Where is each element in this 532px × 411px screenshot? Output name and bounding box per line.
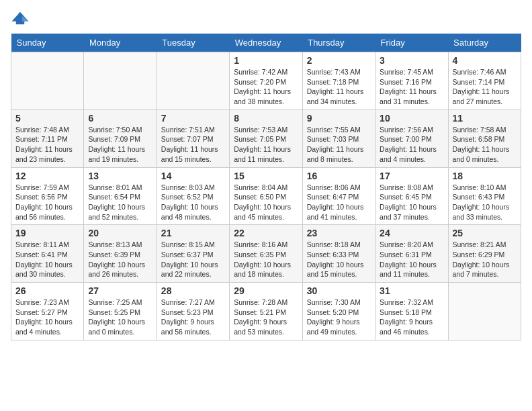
- day-number: 22: [234, 228, 298, 238]
- calendar-cell: 14Sunrise: 8:03 AM Sunset: 6:52 PM Dayli…: [157, 167, 229, 225]
- calendar-cell: 18Sunrise: 8:10 AM Sunset: 6:43 PM Dayli…: [448, 167, 521, 225]
- day-number: 17: [380, 171, 443, 181]
- col-header-friday: Friday: [375, 34, 448, 52]
- calendar-cell: 26Sunrise: 7:23 AM Sunset: 5:27 PM Dayli…: [11, 283, 84, 340]
- calendar-cell: 30Sunrise: 7:30 AM Sunset: 5:20 PM Dayli…: [302, 283, 375, 340]
- day-info: Sunrise: 7:42 AM Sunset: 7:20 PM Dayligh…: [234, 67, 298, 107]
- day-number: 1: [234, 55, 298, 66]
- day-number: 6: [88, 113, 152, 124]
- day-info: Sunrise: 7:58 AM Sunset: 6:58 PM Dayligh…: [453, 125, 517, 165]
- calendar-cell: 17Sunrise: 8:08 AM Sunset: 6:45 PM Dayli…: [375, 167, 448, 225]
- day-number: 4: [453, 55, 517, 66]
- day-info: Sunrise: 7:23 AM Sunset: 5:27 PM Dayligh…: [15, 298, 79, 337]
- calendar-cell: 27Sunrise: 7:25 AM Sunset: 5:25 PM Dayli…: [84, 283, 157, 340]
- day-number: 5: [15, 113, 79, 124]
- calendar-cell: 1Sunrise: 7:42 AM Sunset: 7:20 PM Daylig…: [230, 52, 302, 110]
- calendar-cell: 6Sunrise: 7:50 AM Sunset: 7:09 PM Daylig…: [84, 109, 157, 167]
- day-info: Sunrise: 7:25 AM Sunset: 5:25 PM Dayligh…: [88, 298, 152, 337]
- calendar-week-row: 12Sunrise: 7:59 AM Sunset: 6:56 PM Dayli…: [11, 167, 521, 225]
- day-number: 15: [234, 171, 298, 181]
- col-header-saturday: Saturday: [448, 34, 521, 52]
- calendar-cell: 20Sunrise: 8:13 AM Sunset: 6:39 PM Dayli…: [84, 225, 157, 283]
- day-info: Sunrise: 7:51 AM Sunset: 7:07 PM Dayligh…: [161, 125, 225, 165]
- day-info: Sunrise: 8:16 AM Sunset: 6:35 PM Dayligh…: [234, 240, 298, 279]
- day-info: Sunrise: 7:45 AM Sunset: 7:16 PM Dayligh…: [380, 67, 443, 107]
- col-header-tuesday: Tuesday: [157, 34, 229, 52]
- calendar-cell: 28Sunrise: 7:27 AM Sunset: 5:23 PM Dayli…: [157, 283, 229, 340]
- day-number: 26: [15, 285, 79, 296]
- calendar-cell: 2Sunrise: 7:43 AM Sunset: 7:18 PM Daylig…: [302, 52, 375, 110]
- calendar-cell: 13Sunrise: 8:01 AM Sunset: 6:54 PM Dayli…: [84, 167, 157, 225]
- col-header-wednesday: Wednesday: [230, 34, 302, 52]
- calendar-week-row: 19Sunrise: 8:11 AM Sunset: 6:41 PM Dayli…: [11, 225, 521, 283]
- day-info: Sunrise: 8:10 AM Sunset: 6:43 PM Dayligh…: [453, 183, 517, 222]
- calendar-cell: 16Sunrise: 8:06 AM Sunset: 6:47 PM Dayli…: [302, 167, 375, 225]
- calendar-week-row: 1Sunrise: 7:42 AM Sunset: 7:20 PM Daylig…: [11, 52, 521, 110]
- calendar-cell: 25Sunrise: 8:21 AM Sunset: 6:29 PM Dayli…: [448, 225, 521, 283]
- day-number: 18: [453, 171, 517, 181]
- svg-marker-0: [12, 12, 29, 25]
- calendar-cell: [11, 52, 84, 110]
- day-info: Sunrise: 7:50 AM Sunset: 7:09 PM Dayligh…: [88, 125, 152, 165]
- calendar-cell: [84, 52, 157, 110]
- calendar-cell: 4Sunrise: 7:46 AM Sunset: 7:14 PM Daylig…: [448, 52, 521, 110]
- day-number: 19: [15, 228, 79, 238]
- calendar-cell: 15Sunrise: 8:04 AM Sunset: 6:50 PM Dayli…: [230, 167, 302, 225]
- calendar-cell: 31Sunrise: 7:32 AM Sunset: 5:18 PM Dayli…: [375, 283, 448, 340]
- calendar-week-row: 26Sunrise: 7:23 AM Sunset: 5:27 PM Dayli…: [11, 283, 521, 340]
- day-number: 28: [161, 285, 225, 296]
- calendar-cell: 21Sunrise: 8:15 AM Sunset: 6:37 PM Dayli…: [157, 225, 229, 283]
- day-info: Sunrise: 7:43 AM Sunset: 7:18 PM Dayligh…: [307, 67, 371, 107]
- calendar-cell: 24Sunrise: 8:20 AM Sunset: 6:31 PM Dayli…: [375, 225, 448, 283]
- logo: [11, 11, 32, 26]
- calendar-cell: 8Sunrise: 7:53 AM Sunset: 7:05 PM Daylig…: [230, 109, 302, 167]
- calendar-cell: [448, 283, 521, 340]
- day-number: 27: [88, 285, 152, 296]
- col-header-sunday: Sunday: [11, 34, 84, 52]
- day-number: 21: [161, 228, 225, 238]
- calendar-cell: 29Sunrise: 7:28 AM Sunset: 5:21 PM Dayli…: [230, 283, 302, 340]
- day-info: Sunrise: 8:13 AM Sunset: 6:39 PM Dayligh…: [88, 240, 152, 279]
- day-number: 31: [380, 285, 443, 296]
- day-number: 10: [380, 113, 443, 124]
- calendar-cell: 3Sunrise: 7:45 AM Sunset: 7:16 PM Daylig…: [375, 52, 448, 110]
- calendar-cell: 5Sunrise: 7:48 AM Sunset: 7:11 PM Daylig…: [11, 109, 84, 167]
- day-number: 20: [88, 228, 152, 238]
- day-number: 24: [380, 228, 443, 238]
- day-number: 3: [380, 55, 443, 66]
- day-info: Sunrise: 8:18 AM Sunset: 6:33 PM Dayligh…: [307, 240, 371, 279]
- logo-icon: [11, 11, 30, 26]
- calendar-table: SundayMondayTuesdayWednesdayThursdayFrid…: [11, 34, 521, 340]
- day-info: Sunrise: 7:55 AM Sunset: 7:03 PM Dayligh…: [307, 125, 371, 165]
- day-number: 25: [453, 228, 517, 238]
- col-header-thursday: Thursday: [302, 34, 375, 52]
- day-info: Sunrise: 7:53 AM Sunset: 7:05 PM Dayligh…: [234, 125, 298, 165]
- calendar-cell: 23Sunrise: 8:18 AM Sunset: 6:33 PM Dayli…: [302, 225, 375, 283]
- day-number: 8: [234, 113, 298, 124]
- day-info: Sunrise: 7:27 AM Sunset: 5:23 PM Dayligh…: [161, 298, 225, 337]
- day-number: 16: [307, 171, 371, 181]
- day-info: Sunrise: 7:46 AM Sunset: 7:14 PM Dayligh…: [453, 67, 517, 107]
- day-info: Sunrise: 8:04 AM Sunset: 6:50 PM Dayligh…: [234, 183, 298, 222]
- day-info: Sunrise: 7:48 AM Sunset: 7:11 PM Dayligh…: [15, 125, 79, 165]
- day-number: 2: [307, 55, 371, 66]
- day-number: 9: [307, 113, 371, 124]
- day-info: Sunrise: 7:32 AM Sunset: 5:18 PM Dayligh…: [380, 298, 443, 337]
- day-info: Sunrise: 8:08 AM Sunset: 6:45 PM Dayligh…: [380, 183, 443, 222]
- day-info: Sunrise: 8:11 AM Sunset: 6:41 PM Dayligh…: [15, 240, 79, 279]
- day-info: Sunrise: 8:01 AM Sunset: 6:54 PM Dayligh…: [88, 183, 152, 222]
- day-info: Sunrise: 8:20 AM Sunset: 6:31 PM Dayligh…: [380, 240, 443, 279]
- col-header-monday: Monday: [84, 34, 157, 52]
- day-number: 11: [453, 113, 517, 124]
- day-info: Sunrise: 7:56 AM Sunset: 7:00 PM Dayligh…: [380, 125, 443, 165]
- calendar-header-row: SundayMondayTuesdayWednesdayThursdayFrid…: [11, 34, 521, 52]
- day-number: 23: [307, 228, 371, 238]
- day-number: 29: [234, 285, 298, 296]
- calendar-cell: 19Sunrise: 8:11 AM Sunset: 6:41 PM Dayli…: [11, 225, 84, 283]
- day-info: Sunrise: 8:03 AM Sunset: 6:52 PM Dayligh…: [161, 183, 225, 222]
- day-number: 7: [161, 113, 225, 124]
- day-info: Sunrise: 7:30 AM Sunset: 5:20 PM Dayligh…: [307, 298, 371, 337]
- day-number: 12: [15, 171, 79, 181]
- day-info: Sunrise: 8:06 AM Sunset: 6:47 PM Dayligh…: [307, 183, 371, 222]
- calendar-cell: 12Sunrise: 7:59 AM Sunset: 6:56 PM Dayli…: [11, 167, 84, 225]
